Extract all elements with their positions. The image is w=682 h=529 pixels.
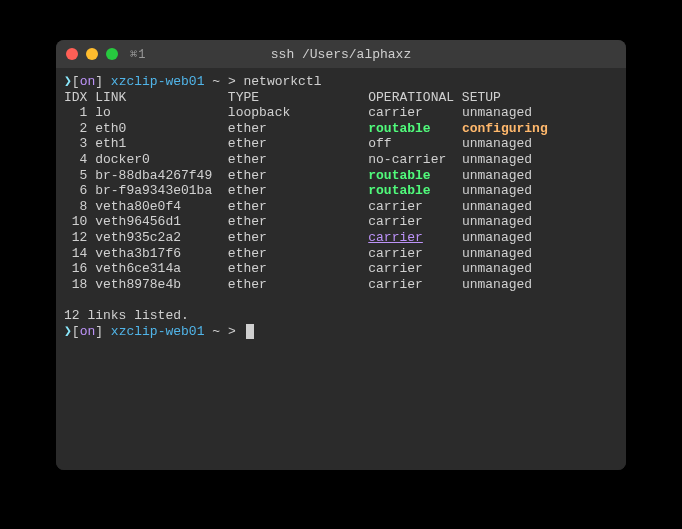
prompt-on: on <box>80 324 96 339</box>
operational-value: routable <box>368 121 430 136</box>
cursor-icon <box>246 324 254 339</box>
summary-line: 12 links listed. <box>64 308 618 324</box>
prompt-on: on <box>80 74 96 89</box>
command-text: networkctl <box>244 74 322 89</box>
table-row: 6 br-f9a9343e01ba ether routable unmanag… <box>64 183 618 199</box>
prompt-arrow-icon: ❯ <box>64 74 72 89</box>
operational-value: carrier <box>368 277 423 292</box>
operational-value: off <box>368 136 391 151</box>
table-row: 12 veth935c2a2 ether carrier unmanaged <box>64 230 618 246</box>
operational-value: carrier <box>368 246 423 261</box>
titlebar[interactable]: ⌘1 ssh /Users/alphaxz <box>56 40 626 68</box>
setup-value: unmanaged <box>462 183 532 198</box>
table-row: 5 br-88dba4267f49 ether routable unmanag… <box>64 168 618 184</box>
traffic-lights <box>66 48 118 60</box>
prompt-line: ❯[on] xzclip-web01 ~ > networkctl <box>64 74 618 90</box>
prompt-host: xzclip-web01 <box>111 324 205 339</box>
setup-value: unmanaged <box>462 230 532 245</box>
prompt-host: xzclip-web01 <box>111 74 205 89</box>
setup-value: unmanaged <box>462 277 532 292</box>
terminal-output[interactable]: ❯[on] xzclip-web01 ~ > networkctlIDX LIN… <box>56 68 626 470</box>
setup-value: unmanaged <box>462 168 532 183</box>
setup-value: configuring <box>462 121 548 136</box>
setup-value: unmanaged <box>462 105 532 120</box>
titlebar-shortcut: ⌘1 <box>130 47 146 62</box>
table-row: 3 eth1 ether off unmanaged <box>64 136 618 152</box>
table-row: 18 veth8978e4b ether carrier unmanaged <box>64 277 618 293</box>
operational-value: carrier <box>368 214 423 229</box>
setup-value: unmanaged <box>462 214 532 229</box>
setup-value: unmanaged <box>462 136 532 151</box>
minimize-icon[interactable] <box>86 48 98 60</box>
prompt-line[interactable]: ❯[on] xzclip-web01 ~ > <box>64 324 618 340</box>
operational-value: carrier <box>368 105 423 120</box>
table-row: 4 docker0 ether no-carrier unmanaged <box>64 152 618 168</box>
prompt-arrow-icon: ❯ <box>64 324 72 339</box>
setup-value: unmanaged <box>462 152 532 167</box>
table-row: 1 lo loopback carrier unmanaged <box>64 105 618 121</box>
operational-value: routable <box>368 168 430 183</box>
operational-value: carrier <box>368 230 423 245</box>
operational-value: routable <box>368 183 430 198</box>
setup-value: unmanaged <box>462 261 532 276</box>
operational-value: carrier <box>368 261 423 276</box>
table-row: 10 veth96456d1 ether carrier unmanaged <box>64 214 618 230</box>
table-row: 16 veth6ce314a ether carrier unmanaged <box>64 261 618 277</box>
terminal-window: ⌘1 ssh /Users/alphaxz ❯[on] xzclip-web01… <box>56 40 626 470</box>
setup-value: unmanaged <box>462 199 532 214</box>
setup-value: unmanaged <box>462 246 532 261</box>
close-icon[interactable] <box>66 48 78 60</box>
table-row: 2 eth0 ether routable configuring <box>64 121 618 137</box>
table-header: IDX LINK TYPE OPERATIONAL SETUP <box>64 90 618 106</box>
operational-value: no-carrier <box>368 152 446 167</box>
maximize-icon[interactable] <box>106 48 118 60</box>
table-row: 8 vetha80e0f4 ether carrier unmanaged <box>64 199 618 215</box>
blank-line <box>64 292 618 308</box>
table-row: 14 vetha3b17f6 ether carrier unmanaged <box>64 246 618 262</box>
operational-value: carrier <box>368 199 423 214</box>
